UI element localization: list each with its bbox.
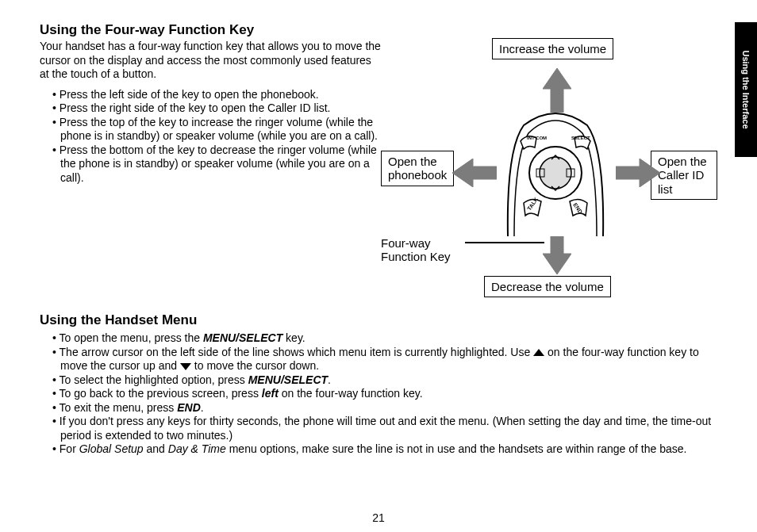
triangle-up-icon	[533, 349, 544, 356]
triangle-down-icon	[180, 363, 191, 370]
four-way-diagram: Increase the volume Open the phonebook O…	[389, 22, 717, 308]
section2-bullets: To open the menu, press the MENU/SELECT …	[40, 331, 717, 457]
side-tab-text: Using the Interface	[741, 50, 751, 128]
bullet: To select the highlighted option, press …	[40, 373, 717, 388]
section1-heading: Using the Four-way Function Key	[40, 22, 381, 38]
bullet: To go back to the previous screen, press…	[40, 387, 717, 401]
bullet: Press the left side of the key to open t…	[40, 88, 381, 102]
arrow-left-icon	[452, 159, 497, 187]
bullet: Press the top of the key to increase the…	[40, 116, 381, 144]
page-number: 21	[0, 511, 757, 524]
section1-intro: Your handset has a four-way function key…	[40, 40, 381, 82]
handset-illustration: INT'COM SELECT TALK END	[492, 109, 619, 236]
arrow-right-icon	[616, 159, 660, 187]
bullet: For Global Setup and Day & Time menu opt…	[40, 442, 717, 457]
arrow-up-icon	[543, 68, 571, 113]
label-increase-volume: Increase the volume	[492, 38, 613, 59]
section2-heading: Using the Handset Menu	[40, 312, 717, 328]
leader-line	[465, 242, 544, 243]
label-four-way-key: Four-way Function Key	[381, 236, 451, 264]
bullet: To exit the menu, press END.	[40, 401, 717, 415]
label-decrease-volume: Decrease the volume	[484, 276, 611, 297]
bullet: Press the right side of the key to open …	[40, 101, 381, 116]
bullet: Press the bottom of the key to decrease …	[40, 144, 381, 186]
section1-bullets: Press the left side of the key to open t…	[40, 88, 381, 186]
label-open-phonebook: Open the phonebook	[381, 151, 454, 186]
key-intcom: INT'COM	[527, 136, 547, 140]
side-tab: Using the Interface	[735, 22, 757, 157]
bullet: The arrow cursor on the left side of the…	[40, 346, 717, 373]
bullet: If you don't press any keys for thirty s…	[40, 415, 717, 442]
arrow-down-icon	[543, 230, 571, 274]
bullet: To open the menu, press the MENU/SELECT …	[40, 331, 717, 346]
key-select: SELECT	[571, 136, 590, 140]
label-open-callerid: Open the Caller ID list	[651, 151, 717, 200]
